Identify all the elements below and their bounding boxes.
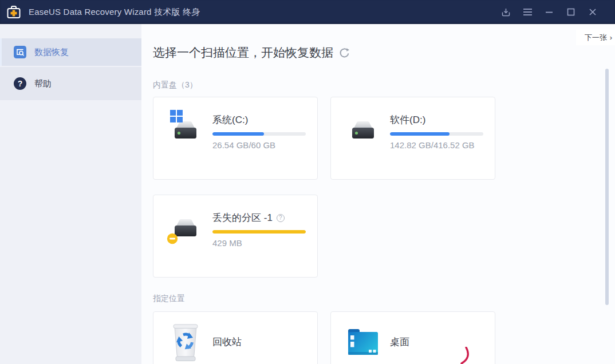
sidebar-item-help[interactable]: ? 帮助: [0, 67, 141, 100]
sidebar: 数据恢复 ? 帮助: [0, 24, 141, 364]
drive-usage: 429 MB: [212, 238, 306, 248]
main-content: 选择一个扫描位置，开始恢复数据 内置盘（3）: [141, 24, 615, 364]
titlebar: EaseUS Data Recovery Wizard 技术版 终身: [0, 0, 615, 24]
capacity-bar: [390, 132, 483, 136]
titlebar-left: EaseUS Data Recovery Wizard 技术版 终身: [0, 5, 200, 19]
lost-minus-badge-icon: [167, 233, 178, 244]
menu-icon[interactable]: [517, 0, 538, 24]
drive-c-icon: [169, 112, 202, 146]
chevron-right-icon: ›: [610, 33, 612, 42]
lost-partition-icon: [169, 209, 202, 244]
location-name: 回收站: [212, 335, 242, 349]
drive-card-system-c[interactable]: 系统(C:) 26.54 GB/60 GB: [153, 97, 318, 180]
app-window: { "titlebar": { "title": "EaseUS Data Re…: [0, 0, 615, 364]
section-label-internal-disks: 内置盘（3）: [153, 80, 198, 90]
refresh-icon[interactable]: [339, 48, 350, 58]
selected-accent-bar: [0, 38, 2, 66]
window-controls: [495, 0, 615, 24]
data-recovery-icon: [14, 46, 26, 58]
maximize-icon[interactable]: [560, 0, 582, 24]
drive-name: 软件(D:): [390, 113, 425, 126]
location-name: 桌面: [390, 335, 409, 349]
sidebar-item-label: 帮助: [34, 78, 52, 89]
download-icon[interactable]: [495, 0, 517, 24]
drive-usage: 142.82 GB/416.52 GB: [390, 140, 483, 150]
capacity-bar: [212, 230, 306, 234]
vertical-scrollbar-thumb[interactable]: [605, 69, 609, 305]
sidebar-item-data-recovery[interactable]: 数据恢复: [0, 38, 141, 66]
capacity-bar-fill: [212, 132, 264, 136]
close-icon[interactable]: [582, 0, 604, 24]
drive-name: 丢失的分区 -1: [212, 211, 273, 224]
sidebar-item-label: 数据恢复: [34, 47, 69, 58]
partition-help-icon[interactable]: ?: [277, 214, 285, 222]
capacity-bar: [212, 132, 306, 136]
location-card-desktop[interactable]: 桌面: [330, 311, 495, 364]
minimize-icon[interactable]: [538, 0, 560, 24]
heading-row: 选择一个扫描位置，开始恢复数据: [153, 45, 350, 61]
next-image-label: 下一张: [585, 33, 607, 43]
hard-drive-icon: [349, 118, 377, 143]
section-label-specified-locations: 指定位置: [153, 294, 185, 304]
help-icon: ?: [14, 77, 26, 90]
capacity-bar-fill: [212, 230, 306, 234]
next-image-button[interactable]: 下一张 ›: [576, 30, 615, 45]
drive-card-lost-partition[interactable]: 丢失的分区 -1 ? 429 MB: [153, 195, 318, 278]
desktop-folder-icon: [345, 321, 381, 362]
recycle-bin-icon: [168, 321, 203, 362]
capacity-bar-fill: [390, 132, 450, 136]
drive-name: 系统(C:): [212, 113, 248, 126]
drive-d-icon: [346, 112, 380, 146]
windows-logo-icon: [170, 110, 183, 122]
page-title: 选择一个扫描位置，开始恢复数据: [153, 45, 333, 61]
drive-usage: 26.54 GB/60 GB: [212, 140, 306, 150]
location-card-recycle-bin[interactable]: 回收站: [153, 311, 318, 364]
window-title: EaseUS Data Recovery Wizard 技术版 终身: [29, 7, 200, 18]
drive-card-software-d[interactable]: 软件(D:) 142.82 GB/416.52 GB: [330, 97, 495, 180]
app-logo-icon: [6, 5, 22, 19]
